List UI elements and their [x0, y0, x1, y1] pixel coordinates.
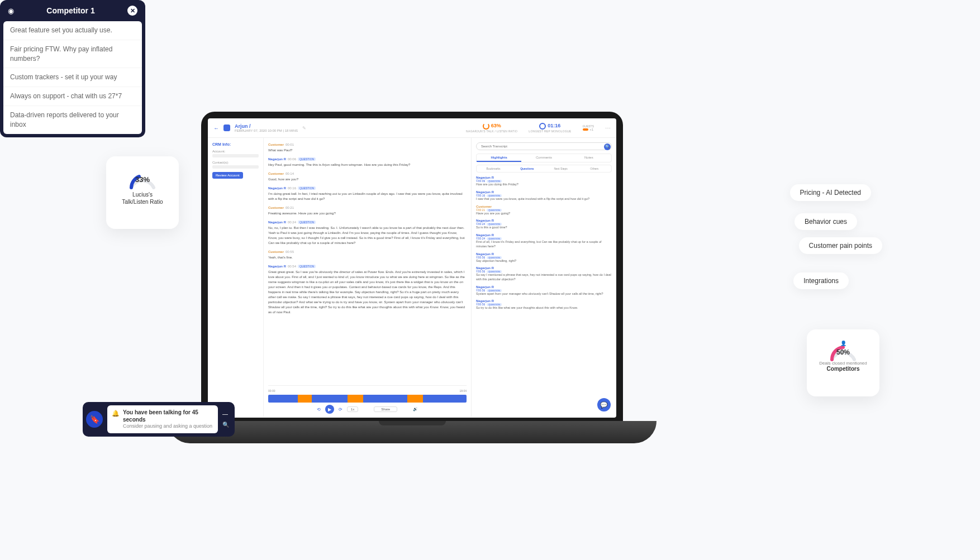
- secondary-tabs: BookmarksQuestionsNext StepsOthers: [476, 165, 612, 173]
- question-item[interactable]: Nagarjun R©00:56QUESTIONSystem apart fro…: [476, 285, 612, 296]
- transcript-message[interactable]: Nagarjun R00:06QUESTIONHey Paul, good mo…: [268, 157, 467, 167]
- question-item[interactable]: Nagarjun R©00:56QUESTIONSay objection ha…: [476, 252, 612, 264]
- transcript-message[interactable]: Nagarjun R00:24QUESTIONNo, no, I plan to…: [268, 220, 467, 246]
- speed-select[interactable]: 1x: [347, 406, 358, 412]
- rewind-button[interactable]: ⟲: [317, 407, 321, 412]
- transcript-message[interactable]: Nagarjun R00:54QUESTIONGreat great great…: [268, 264, 467, 315]
- tag-pricing[interactable]: Pricing - AI Detected: [790, 184, 871, 201]
- close-button[interactable]: ✕: [127, 6, 137, 16]
- forward-button[interactable]: ⟳: [339, 407, 342, 412]
- broadcast-icon: ◉: [8, 7, 14, 15]
- battlecard-item[interactable]: Fair pricing FTW. Why pay inflated numbe…: [3, 40, 142, 69]
- edit-icon[interactable]: ✎: [302, 126, 306, 131]
- question-item[interactable]: Nagarjun R©00:24QUESTIONSo is this a goo…: [476, 219, 612, 230]
- review-account-button[interactable]: Review Account: [212, 172, 243, 179]
- talk-listen-ratio-card: 33% Lucius's Talk/Listen Ratio: [106, 156, 179, 229]
- transcript-panel: Customer00:01What was Paul?Nagarjun R00:…: [264, 138, 471, 417]
- deals-competitors-card: 👤 50% Deals closed mentioned Competitors: [807, 329, 879, 396]
- play-button[interactable]: ▶: [325, 405, 334, 414]
- stat-guests: GUESTS +1: [582, 125, 594, 131]
- search-icon[interactable]: 🔍: [222, 422, 229, 428]
- more-menu[interactable]: ⋯: [605, 125, 611, 131]
- battlecard-item[interactable]: Custom trackers - set it up your way: [3, 68, 142, 87]
- person-icon: 👤: [826, 341, 860, 346]
- minimize-icon[interactable]: —: [222, 411, 229, 417]
- bell-icon: 🔔: [112, 410, 120, 430]
- subtab-next-steps[interactable]: Next Steps: [544, 165, 578, 172]
- laptop-base: [168, 421, 656, 443]
- laptop-frame: ← Arjun / FEBRUARY 07, 2020 10:00 PM | 1…: [201, 112, 623, 424]
- question-item[interactable]: Nagarjun R©00:06QUESTIONHow are you doin…: [476, 176, 612, 187]
- transcript-message[interactable]: Customer00:55Yeah, that's fine.: [268, 250, 467, 260]
- chat-fab[interactable]: 💬: [597, 398, 611, 411]
- app-icon: [223, 125, 230, 131]
- question-item[interactable]: Nagarjun R©00:16QUESTIONI saw that you w…: [476, 190, 612, 202]
- share-button[interactable]: Share: [374, 406, 397, 412]
- transcript-message[interactable]: Customer00:21Freaking awesome. Have you …: [268, 205, 467, 216]
- battlecard-item[interactable]: Data-driven reports delivered to your in…: [3, 106, 142, 134]
- waveform[interactable]: [268, 395, 467, 403]
- back-button[interactable]: ←: [213, 125, 219, 131]
- stat-talk-ratio: 63% NAGARJUN'S TALK / LISTEN RATIO: [466, 123, 517, 133]
- subtab-bookmarks[interactable]: Bookmarks: [477, 165, 510, 172]
- volume-button[interactable]: 🔊: [413, 407, 418, 411]
- stat-monologue: 01:16 LONGEST REP MONOLOGUE: [529, 123, 571, 133]
- crm-title: CRM Info:: [212, 142, 259, 146]
- insights-panel: 🔍 HighlightsCommentsNotes BookmarksQuest…: [471, 138, 616, 417]
- tag-pain-points[interactable]: Customer pain points: [799, 237, 882, 254]
- competitor-battlecard: ◉ Competitor 1 ✕ Great feature set you a…: [0, 0, 145, 137]
- crm-panel: CRM Info: Account: Contact(s): Review Ac…: [208, 138, 264, 417]
- bookmark-icon[interactable]: 🔖: [86, 411, 103, 428]
- tag-integrations[interactable]: Integrations: [793, 272, 849, 289]
- tag-behavior[interactable]: Behavior cues: [795, 213, 857, 230]
- battlecard-item[interactable]: Great feature set you actually use.: [3, 21, 142, 40]
- tab-comments[interactable]: Comments: [521, 154, 566, 162]
- transcript-message[interactable]: Customer00:14Good, how are you?: [268, 171, 467, 182]
- question-item[interactable]: Nagarjun R©00:56QUESTIONSo say I mention…: [476, 266, 612, 281]
- question-item[interactable]: Nagarjun R©00:56QUESTIONSo try to do thi…: [476, 299, 612, 310]
- app-screen: ← Arjun / FEBRUARY 07, 2020 10:00 PM | 1…: [208, 118, 616, 418]
- battlecard-item[interactable]: Always on support - chat with us 27*7: [3, 87, 142, 106]
- deals-value: 50%: [826, 348, 860, 356]
- competitor-title: Competitor 1: [14, 6, 127, 15]
- call-meta: FEBRUARY 07, 2020 10:00 PM | 18 MINS: [235, 129, 298, 132]
- call-title: Arjun /: [235, 123, 298, 129]
- transcript-message[interactable]: Customer00:01What was Paul?: [268, 142, 467, 153]
- app-header: ← Arjun / FEBRUARY 07, 2020 10:00 PM | 1…: [208, 118, 616, 138]
- subtab-questions[interactable]: Questions: [510, 165, 544, 172]
- tab-notes[interactable]: Notes: [567, 154, 611, 162]
- search-input[interactable]: [476, 142, 612, 150]
- audio-player: 00:0018:04 ⟲ ▶ ⟳ 1x Share 🔊: [268, 385, 467, 417]
- primary-tabs: HighlightsCommentsNotes: [476, 154, 612, 162]
- talk-time-notification: 🔖 🔔 You have been talking for 45 seconds…: [83, 402, 235, 437]
- question-item[interactable]: Nagarjun R©00:24QUESTIONFirst of all, I …: [476, 233, 612, 248]
- tab-highlights[interactable]: Highlights: [477, 154, 521, 162]
- transcript-message[interactable]: Nagarjun R00:16QUESTIONI'm doing great b…: [268, 186, 467, 202]
- question-item[interactable]: Customer©00:21QUESTIONHave you are you g…: [476, 205, 612, 216]
- subtab-others[interactable]: Others: [578, 165, 611, 172]
- ratio-value: 33%: [126, 175, 159, 184]
